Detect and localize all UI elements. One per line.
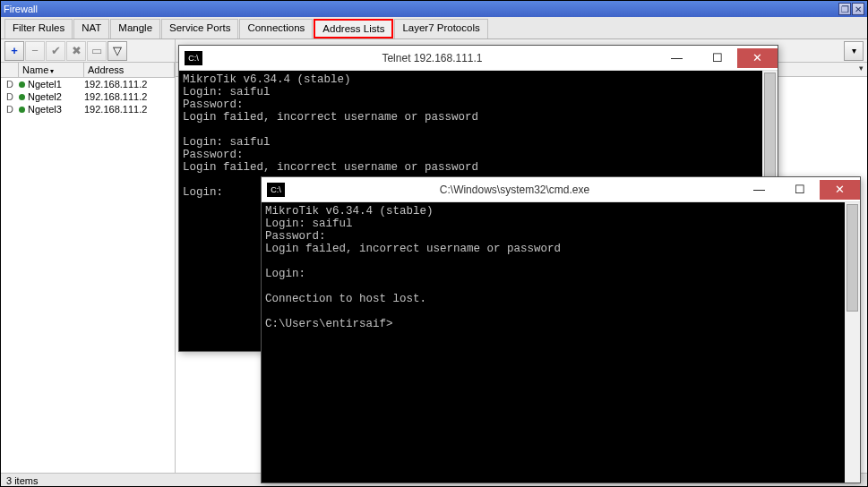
table-row[interactable]: D Ngetel1 192.168.111.2 [1,78,175,90]
cmd-window[interactable]: C:\ C:\Windows\system32\cmd.exe — ☐ ✕ Mi… [261,176,861,483]
telnet-title: Telnet 192.168.111.1 [208,52,657,64]
firewall-titlebar[interactable]: Firewall ❐ ✕ [1,1,867,17]
console-icon: C:\ [185,51,202,65]
list-body[interactable]: D Ngetel1 192.168.111.2 D Ngetel2 192.16… [1,78,175,473]
enable-button[interactable]: ✔ [46,41,65,61]
console-icon: C:\ [267,183,285,197]
firewall-tabs: Filter Rules NAT Mangle Service Ports Co… [1,17,867,39]
col-address[interactable]: Address [84,63,175,77]
list-toolbar: + − ✔ ✖ ▭ ▽ [1,39,175,63]
filter-button[interactable]: ▽ [107,41,127,61]
close-button[interactable]: ✕ [852,3,864,15]
tab-connections[interactable]: Connections [239,19,313,38]
close-button[interactable]: ✕ [737,48,778,68]
cmd-title: C:\Windows\system32\cmd.exe [290,184,739,196]
table-row[interactable]: D Ngetel2 192.168.111.2 [1,90,175,103]
status-dot-icon [19,107,25,113]
tab-nat[interactable]: NAT [73,19,109,38]
tab-service-ports[interactable]: Service Ports [161,19,238,38]
scrollbar[interactable] [845,202,860,483]
remove-button[interactable]: − [25,41,45,61]
close-button[interactable]: ✕ [820,180,860,200]
disable-button[interactable]: ✖ [66,41,86,61]
comment-button[interactable]: ▭ [87,41,107,61]
restore-button[interactable]: ❐ [838,3,851,15]
status-dot-icon [19,94,25,100]
minimize-button[interactable]: — [657,48,697,68]
col-name[interactable]: Name▾ [19,63,84,77]
maximize-button[interactable]: ☐ [697,48,737,68]
status-dot-icon [19,81,25,88]
tab-filter-rules[interactable]: Filter Rules [4,19,73,38]
cmd-body[interactable]: MikroTik v6.34.4 (stable) Login: saiful … [262,202,860,483]
cmd-text: MikroTik v6.34.4 (stable) Login: saiful … [262,202,845,483]
dropdown-button[interactable]: ▾ [844,41,864,61]
tab-layer7[interactable]: Layer7 Protocols [394,19,487,38]
tab-mangle[interactable]: Mangle [110,19,160,38]
tab-address-lists[interactable]: Address Lists [314,19,393,38]
firewall-title: Firewall [4,4,838,14]
col-blank[interactable] [1,63,19,77]
maximize-button[interactable]: ☐ [779,180,820,200]
table-row[interactable]: D Ngetel3 192.168.111.2 [1,103,175,115]
list-header: Name▾ Address [1,63,175,78]
cmd-titlebar[interactable]: C:\ C:\Windows\system32\cmd.exe — ☐ ✕ [262,177,860,202]
minimize-button[interactable]: — [739,180,779,200]
address-list-panel: + − ✔ ✖ ▭ ▽ Name▾ Address D Ngetel1 192.… [1,39,176,473]
add-button[interactable]: + [4,41,24,61]
telnet-titlebar[interactable]: C:\ Telnet 192.168.111.1 — ☐ ✕ [179,46,778,71]
